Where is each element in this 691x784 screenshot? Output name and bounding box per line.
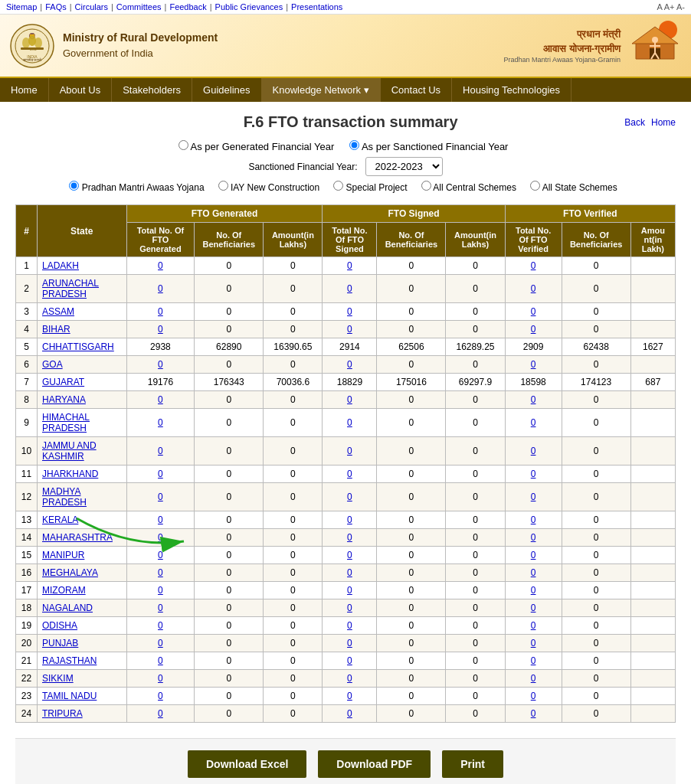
year-dropdown[interactable]: 2022-2023 2021-2022 2020-2021 2019-2020	[365, 157, 443, 176]
iay-scheme-label[interactable]: IAY New Construction	[218, 181, 320, 193]
fto-link[interactable]: 0	[347, 394, 352, 405]
public-grievances-link[interactable]: Public Grievances	[215, 2, 283, 11]
generated-year-radio[interactable]	[178, 140, 188, 150]
fto-link[interactable]: 0	[158, 359, 163, 370]
fto-link[interactable]: 0	[347, 655, 352, 666]
fto-link[interactable]: 0	[531, 283, 536, 294]
fto-link[interactable]: 0	[347, 324, 352, 335]
fto-link[interactable]: 0	[531, 324, 536, 335]
fto-link[interactable]: 0	[347, 673, 352, 684]
fto-link[interactable]: 0	[531, 603, 536, 613]
fto-link[interactable]: 0	[531, 620, 536, 631]
fto-link[interactable]: 0	[531, 446, 536, 456]
state-link[interactable]: ODISHA	[42, 620, 77, 631]
iay-scheme-radio[interactable]	[218, 181, 228, 191]
fto-link[interactable]: 0	[347, 283, 352, 294]
fto-link[interactable]: 0	[158, 446, 163, 456]
state-link[interactable]: NAGALAND	[42, 603, 93, 613]
font-size-a[interactable]: A	[657, 2, 663, 11]
state-link[interactable]: JAMMU AND KASHMIR	[42, 440, 97, 462]
download-pdf-button[interactable]: Download PDF	[318, 750, 431, 778]
fto-link[interactable]: 0	[158, 469, 163, 479]
fto-link[interactable]: 0	[158, 708, 163, 719]
fto-link[interactable]: 0	[531, 514, 536, 525]
pmay-scheme-label[interactable]: Pradhan Mantri Awaas Yojana	[69, 181, 204, 193]
generated-year-label[interactable]: As per Generated Financial Year	[178, 141, 337, 152]
fto-link[interactable]: 0	[158, 260, 163, 271]
fto-link[interactable]: 0	[347, 550, 352, 560]
nav-contact[interactable]: Contact Us	[381, 78, 452, 102]
state-link[interactable]: KERALA	[42, 514, 78, 525]
state-link[interactable]: HIMACHAL PRADESH	[42, 412, 90, 433]
fto-link[interactable]: 0	[531, 708, 536, 719]
fto-link[interactable]: 0	[158, 283, 163, 294]
fto-link[interactable]: 0	[531, 673, 536, 684]
state-link[interactable]: GUJARAT	[42, 377, 84, 387]
font-size-a-minus[interactable]: A-	[676, 2, 685, 11]
fto-link[interactable]: 0	[531, 306, 536, 317]
sanctioned-year-radio[interactable]	[349, 140, 359, 150]
fto-link[interactable]: 0	[347, 567, 352, 578]
nav-about[interactable]: About Us	[49, 78, 112, 102]
print-button[interactable]: Print	[442, 750, 503, 778]
all-state-scheme-label[interactable]: All State Schemes	[530, 181, 617, 193]
committees-link[interactable]: Committees	[116, 2, 162, 11]
fto-link[interactable]: 0	[531, 417, 536, 428]
fto-link[interactable]: 0	[531, 550, 536, 560]
fto-link[interactable]: 0	[158, 567, 163, 578]
fto-link[interactable]: 0	[531, 260, 536, 271]
fto-link[interactable]: 0	[531, 655, 536, 666]
fto-link[interactable]: 0	[347, 469, 352, 479]
state-link[interactable]: GOA	[42, 359, 63, 370]
state-link[interactable]: RAJASTHAN	[42, 655, 97, 666]
all-state-radio[interactable]	[530, 181, 540, 191]
state-link[interactable]: ARUNACHAL PRADESH	[42, 278, 99, 299]
fto-link[interactable]: 0	[158, 550, 163, 560]
state-link[interactable]: MEGHALAYA	[42, 567, 98, 578]
fto-link[interactable]: 0	[531, 492, 536, 502]
fto-link[interactable]: 0	[158, 306, 163, 317]
state-link[interactable]: TRIPURA	[42, 708, 83, 719]
all-central-radio[interactable]	[421, 181, 431, 191]
state-link[interactable]: TAMIL NADU	[42, 691, 97, 701]
special-scheme-label[interactable]: Special Project	[333, 181, 407, 193]
nav-stakeholders[interactable]: Stakeholders	[112, 78, 192, 102]
state-link[interactable]: MANIPUR	[42, 550, 84, 560]
state-link[interactable]: SIKKIM	[42, 673, 74, 684]
state-link[interactable]: JHARKHAND	[42, 469, 98, 479]
fto-link[interactable]: 0	[531, 532, 536, 543]
fto-link[interactable]: 0	[531, 585, 536, 596]
fto-link[interactable]: 0	[347, 691, 352, 701]
all-central-scheme-label[interactable]: All Central Schemes	[421, 181, 516, 193]
state-link[interactable]: MIZORAM	[42, 585, 86, 596]
fto-link[interactable]: 0	[347, 708, 352, 719]
fto-link[interactable]: 0	[347, 417, 352, 428]
fto-link[interactable]: 0	[158, 514, 163, 525]
fto-link[interactable]: 0	[531, 394, 536, 405]
fto-link[interactable]: 0	[158, 492, 163, 502]
state-link[interactable]: PUNJAB	[42, 638, 78, 648]
fto-link[interactable]: 0	[347, 359, 352, 370]
fto-link[interactable]: 0	[347, 446, 352, 456]
fto-link[interactable]: 0	[158, 585, 163, 596]
fto-link[interactable]: 0	[531, 469, 536, 479]
fto-link[interactable]: 0	[531, 691, 536, 701]
fto-link[interactable]: 0	[347, 585, 352, 596]
download-excel-button[interactable]: Download Excel	[188, 750, 306, 778]
fto-link[interactable]: 0	[158, 673, 163, 684]
fto-link[interactable]: 0	[347, 514, 352, 525]
presentations-link[interactable]: Presentations	[291, 2, 342, 11]
fto-link[interactable]: 0	[158, 620, 163, 631]
nav-guidelines[interactable]: Guidelines	[192, 78, 261, 102]
home-link[interactable]: Home	[651, 117, 676, 128]
fto-link[interactable]: 0	[531, 638, 536, 648]
state-link[interactable]: ASSAM	[42, 306, 74, 317]
state-link[interactable]: MAHARASHTRA	[42, 532, 113, 543]
fto-link[interactable]: 0	[347, 638, 352, 648]
fto-link[interactable]: 0	[531, 567, 536, 578]
back-link[interactable]: Back	[624, 117, 645, 128]
sanctioned-year-label[interactable]: As per Sanctioned Financial Year	[349, 141, 508, 152]
state-link[interactable]: MADHYA PRADESH	[42, 486, 87, 508]
fto-link[interactable]: 0	[158, 394, 163, 405]
font-size-a-plus[interactable]: A+	[664, 2, 675, 11]
